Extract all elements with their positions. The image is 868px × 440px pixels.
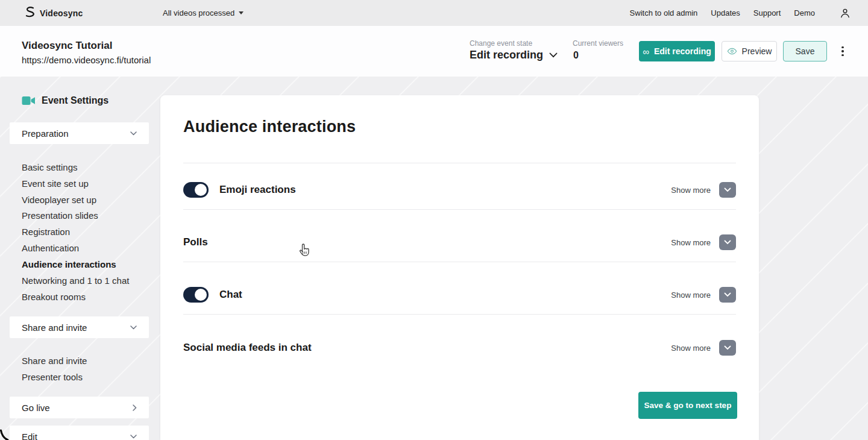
- row-label: Social media feeds in chat: [183, 342, 312, 354]
- share-invite-label: Share and invite: [22, 322, 87, 333]
- expand-row-button[interactable]: [719, 182, 736, 198]
- sidebar-item-event-site-set-up[interactable]: Event site set up: [22, 175, 142, 191]
- sidebar-item-authentication[interactable]: Authentication: [22, 240, 142, 256]
- row-label: Chat: [219, 289, 242, 301]
- link-demo[interactable]: Demo: [794, 8, 815, 17]
- sidebar-item-presenter-tools[interactable]: Presenter tools: [22, 369, 142, 385]
- sidebar-header: Event Settings: [22, 95, 108, 106]
- chevron-right-icon: [133, 404, 137, 411]
- preparation-label: Preparation: [22, 128, 69, 139]
- show-more-link[interactable]: Show more: [671, 344, 711, 353]
- edit-label: Edit: [22, 432, 37, 440]
- user-icon[interactable]: [839, 7, 851, 19]
- sidebar-item-share-and-invite[interactable]: Share and invite: [22, 353, 142, 368]
- corner-artifact: [0, 428, 10, 440]
- event-state-value: Edit recording: [470, 49, 543, 61]
- sidebar-section-preparation[interactable]: Preparation: [10, 122, 149, 144]
- sidebar-section-edit[interactable]: Edit: [10, 426, 149, 440]
- preview-label: Preview: [742, 46, 772, 56]
- row-label: Emoji reactions: [219, 184, 296, 196]
- brand-name: Videosync: [40, 8, 83, 18]
- link-switch-old-admin[interactable]: Switch to old admin: [630, 8, 698, 17]
- show-more-link[interactable]: Show more: [671, 186, 711, 195]
- event-url[interactable]: https://demo.videosync.fi/tutorial: [22, 55, 151, 65]
- videosync-logo-icon: [24, 6, 35, 20]
- show-more-link[interactable]: Show more: [671, 291, 711, 300]
- chevron-down-icon: [724, 345, 731, 350]
- sidebar-section-go-live[interactable]: Go live: [10, 397, 149, 418]
- sidebar-title: Event Settings: [42, 95, 108, 106]
- eye-icon: [727, 48, 737, 55]
- chevron-down-icon: [724, 292, 731, 297]
- sidebar-item-breakout-rooms[interactable]: Breakout rooms: [22, 289, 142, 304]
- sidebar-item-registration[interactable]: Registration: [22, 224, 142, 239]
- video-camera-icon: [22, 96, 36, 105]
- setting-row-chat: Chat Show more: [183, 277, 736, 313]
- videos-status-dropdown[interactable]: All videos processed: [163, 0, 244, 26]
- link-updates[interactable]: Updates: [711, 8, 740, 17]
- event-header: Videosync Tutorial https://demo.videosyn…: [0, 26, 868, 77]
- chevron-down-icon: [130, 131, 137, 136]
- save-and-next-step-button[interactable]: Save & go to next step: [638, 392, 737, 419]
- sidebar-item-networking-1to1-chat[interactable]: Networking and 1 to 1 chat: [22, 272, 142, 288]
- recording-icon: ∞: [643, 47, 649, 56]
- emoji-reactions-toggle[interactable]: [183, 182, 209, 198]
- admin-screen: Videosync All videos processed Switch to…: [0, 0, 868, 440]
- sidebar: Event Settings Preparation Basic setting…: [10, 77, 149, 440]
- divider: [183, 314, 736, 315]
- sidebar-item-audience-interactions[interactable]: Audience interactions: [22, 256, 142, 272]
- sidebar-item-videoplayer-set-up[interactable]: Videoplayer set up: [22, 192, 142, 207]
- go-live-label: Go live: [22, 403, 50, 413]
- sidebar-item-presentation-slides[interactable]: Presentation slides: [22, 207, 142, 223]
- current-viewers-label: Current viewers: [573, 39, 623, 48]
- chat-toggle[interactable]: [183, 287, 209, 303]
- top-bar-links: Switch to old admin Updates Support Demo: [630, 0, 851, 26]
- caret-down-icon: [239, 11, 244, 14]
- link-support[interactable]: Support: [753, 8, 781, 17]
- save-button[interactable]: Save: [783, 41, 827, 61]
- expand-row-button[interactable]: [719, 287, 736, 303]
- brand[interactable]: Videosync: [24, 0, 83, 26]
- edit-recording-label: Edit recording: [654, 46, 711, 56]
- event-state-label: Change event state: [470, 39, 532, 48]
- show-more-link[interactable]: Show more: [671, 238, 711, 247]
- preview-button[interactable]: Preview: [722, 41, 777, 61]
- panel-heading: Audience interactions: [183, 118, 356, 136]
- setting-row-social-media-feeds: Social media feeds in chat Show more: [183, 330, 736, 366]
- setting-row-emoji-reactions: Emoji reactions Show more: [183, 172, 736, 208]
- current-viewers-count: 0: [573, 50, 579, 61]
- more-options-kebab-menu[interactable]: [838, 43, 847, 60]
- expand-row-button[interactable]: [719, 234, 736, 250]
- expand-row-button[interactable]: [719, 340, 736, 356]
- setting-row-polls: Polls Show more: [183, 224, 736, 260]
- divider: [183, 163, 736, 163]
- chevron-down-icon: [130, 435, 137, 439]
- page-title: Videosync Tutorial: [22, 40, 113, 52]
- audience-interactions-panel: Audience interactions Emoji reactions Sh…: [160, 95, 759, 440]
- chevron-down-icon: [724, 187, 731, 192]
- divider: [183, 262, 736, 262]
- videos-status-label: All videos processed: [163, 8, 234, 17]
- top-bar: Videosync All videos processed Switch to…: [0, 0, 868, 26]
- row-label: Polls: [183, 236, 208, 248]
- event-state-dropdown[interactable]: Edit recording: [470, 49, 558, 61]
- sidebar-item-basic-settings[interactable]: Basic settings: [22, 159, 142, 175]
- save-label: Save: [796, 46, 815, 56]
- chevron-down-icon: [130, 325, 137, 330]
- chevron-down-icon: [724, 240, 731, 245]
- edit-recording-button[interactable]: ∞ Edit recording: [639, 41, 715, 61]
- chevron-down-icon: [549, 52, 558, 58]
- sidebar-section-share-and-invite[interactable]: Share and invite: [10, 316, 149, 338]
- divider: [183, 209, 736, 210]
